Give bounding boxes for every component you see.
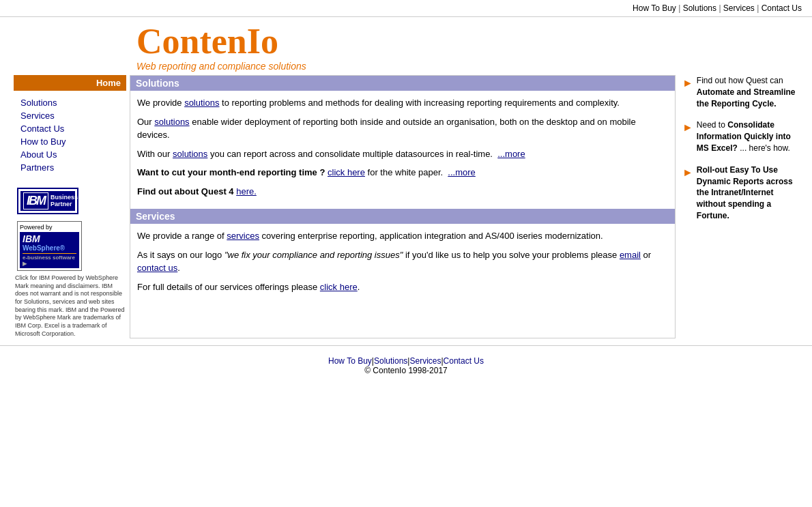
solutions-para1: We provide solutions to reporting proble… [137,96,668,110]
websphere-powered-label: Powered by [20,224,79,231]
right-arrow-2: ► [682,120,693,135]
quest-link[interactable]: here. [236,186,257,197]
services-para3: For full details of our services offerin… [137,280,668,294]
right-arrow-1: ► [682,76,693,91]
footer: How To Buy|Solutions|Services|Contact Us… [0,345,812,386]
right-item-3-text: Roll-out Easy To Use Dynamic Reports acr… [697,164,798,222]
services-body: We provide a range of services covering … [130,224,675,304]
solutions-link-1[interactable]: solutions [184,98,219,108]
websphere-disclaimer: Click for IBM Powered by WebSphere Mark … [14,274,126,338]
solutions-heading: Solutions [130,76,675,91]
services-email-link[interactable]: email [620,250,641,260]
sidebar-item-about-us[interactable]: About Us [20,148,126,161]
services-para2: As it says on our logo "we fix your comp… [137,248,668,275]
sidebar-nav: Solutions Services Contact Us How to Buy… [14,93,126,177]
solutions-body: We provide solutions to reporting proble… [130,91,675,209]
logo: ContenIo [136,24,798,59]
topnav-solutions[interactable]: Solutions [683,3,716,13]
ibm-partner-text: Partner [50,201,78,208]
right-sidebar: ► Find out how Quest can Automate and St… [679,75,798,338]
websphere-badge[interactable]: Powered by IBM WebSphere® e-business sof… [17,221,82,271]
solutions-link-3[interactable]: solutions [173,149,207,159]
services-para1: We provide a range of services covering … [137,229,668,243]
footer-contact-us[interactable]: Contact Us [444,356,484,366]
footer-nav: How To Buy|Solutions|Services|Contact Us [10,356,802,366]
right-item-1: ► Find out how Quest can Automate and St… [682,75,798,109]
whitepaper-link[interactable]: click here [328,167,365,177]
footer-how-to-buy[interactable]: How To Buy [328,356,372,366]
services-details-link[interactable]: click here [320,282,358,292]
sidebar-home-label: Home [14,75,126,91]
tagline: Web reporting and compliance solutions [136,61,798,72]
solutions-para3: With our solutions you can report across… [137,147,668,161]
sidebar-item-how-to-buy[interactable]: How to Buy [20,135,126,148]
main-layout: Home Solutions Services Contact Us How t… [14,75,798,338]
header: ContenIo Web reporting and compliance so… [0,17,812,75]
topnav-services[interactable]: Services [723,3,755,13]
footer-services[interactable]: Services [409,356,441,366]
top-navigation: How To Buy | Solutions | Services | Cont… [0,0,812,17]
services-contact-link[interactable]: contact us [137,263,177,273]
sidebar: Home Solutions Services Contact Us How t… [14,75,126,338]
sidebar-item-solutions[interactable]: Solutions [20,96,126,109]
sidebar-item-contact-us[interactable]: Contact Us [20,122,126,135]
ibm-partner-badge[interactable]: IBM Business Partner [17,188,78,214]
services-heading: Services [130,209,675,224]
topnav-how-to-buy[interactable]: How To Buy [633,3,676,13]
websphere-subtitle: e-business software ▶ [23,253,76,267]
footer-solutions[interactable]: Solutions [374,356,407,366]
solutions-link-2[interactable]: solutions [154,117,189,127]
websphere-ibm-text: IBM [23,233,40,244]
right-item-2-text: Need to Consolidate Information Quickly … [697,119,798,154]
services-link[interactable]: services [227,231,259,241]
right-item-2: ► Need to Consolidate Information Quickl… [682,119,798,154]
ibm-logo: IBM [23,192,48,209]
solutions-quest: Find out about Quest 4 here. [137,185,668,199]
solutions-more-link[interactable]: ...more [497,149,525,159]
solutions-whitepaper: Want to cut your month-end reporting tim… [137,166,668,179]
sidebar-item-partners[interactable]: Partners [20,161,126,174]
topnav-contact-us[interactable]: Contact Us [762,3,802,13]
footer-copyright: © ContenIo 1998-2017 [10,366,802,375]
websphere-inner: IBM WebSphere® e-business software ▶ [20,232,79,268]
whitepaper-more-link[interactable]: ...more [448,167,475,177]
solutions-para2: Our solutions enable wider deployment of… [137,115,668,142]
center-content: Solutions We provide solutions to report… [130,75,676,338]
right-arrow-3: ► [682,165,693,180]
websphere-name-text: WebSphere® [23,244,65,252]
right-item-1-text: Find out how Quest can Automate and Stre… [697,75,798,109]
sidebar-item-services[interactable]: Services [20,109,126,122]
right-item-3: ► Roll-out Easy To Use Dynamic Reports a… [682,164,798,222]
